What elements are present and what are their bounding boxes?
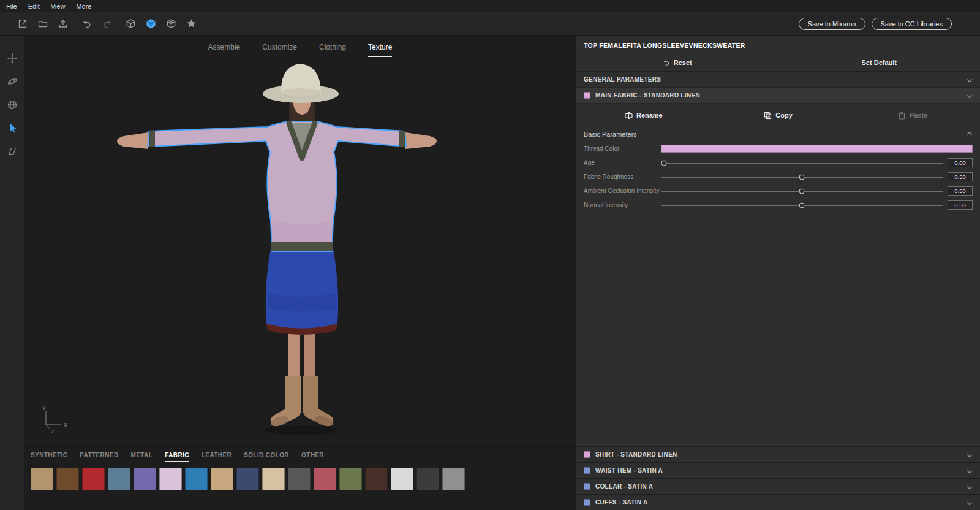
waist-hem-swatch bbox=[584, 467, 590, 474]
slider-handle[interactable] bbox=[799, 202, 805, 208]
age-slider[interactable] bbox=[661, 156, 943, 170]
fabric-roughness-value[interactable]: 0.50 bbox=[948, 172, 973, 181]
tab-assemble[interactable]: Assemble bbox=[208, 43, 241, 57]
open-folder-icon[interactable] bbox=[32, 19, 53, 29]
normal-intensity-value[interactable]: 0.50 bbox=[948, 200, 973, 210]
tab-leather[interactable]: LEATHER bbox=[202, 452, 232, 462]
menu-file[interactable]: File bbox=[6, 2, 17, 10]
inspector-panel: TOP FEMALEFITA LONGSLEEVEVNECKSWEATER Re… bbox=[576, 36, 980, 510]
fabric-swatch[interactable] bbox=[31, 468, 53, 490]
character-model[interactable] bbox=[24, 36, 576, 510]
tab-solid-color[interactable]: SOLID COLOR bbox=[244, 452, 289, 462]
menu-view[interactable]: View bbox=[51, 2, 66, 10]
basic-parameters-header[interactable]: Basic Parameters bbox=[576, 127, 980, 142]
set-default-button[interactable]: Set Default bbox=[778, 59, 980, 66]
fabric-swatch[interactable] bbox=[365, 468, 388, 490]
tab-texture[interactable]: Texture bbox=[368, 43, 392, 57]
undo-icon[interactable] bbox=[77, 19, 97, 29]
export-icon[interactable] bbox=[53, 19, 73, 29]
tab-other[interactable]: OTHER bbox=[301, 452, 324, 462]
tab-fabric[interactable]: FABRIC bbox=[165, 452, 189, 462]
tab-patterned[interactable]: PATTERNED bbox=[80, 452, 118, 462]
fabric-swatch[interactable] bbox=[134, 468, 156, 490]
select-tool-icon[interactable] bbox=[6, 121, 19, 135]
shirt-section-header[interactable]: SHIRT - STANDARD LINEN bbox=[576, 446, 980, 462]
viewport[interactable]: Assemble Customize Clothing Texture bbox=[24, 36, 576, 510]
fabric-swatch[interactable] bbox=[339, 468, 362, 490]
slider-handle[interactable] bbox=[799, 174, 805, 180]
general-parameters-header[interactable]: GENERAL PARAMETERS bbox=[576, 72, 980, 88]
menubar: File Edit View More bbox=[0, 0, 980, 12]
copy-button[interactable]: Copy bbox=[711, 112, 846, 120]
fabric-swatch[interactable] bbox=[442, 468, 465, 490]
fabric-swatch[interactable] bbox=[236, 468, 259, 490]
tab-metal[interactable]: METAL bbox=[131, 452, 153, 462]
slider-handle[interactable] bbox=[799, 188, 805, 194]
fabric-roughness-label: Fabric Roughness bbox=[584, 173, 661, 180]
cuffs-section-label: CUFFS - SATIN A bbox=[595, 499, 648, 506]
main-fabric-header[interactable]: MAIN FABRIC - STANDARD LINEN bbox=[576, 88, 980, 104]
normal-intensity-slider[interactable] bbox=[661, 198, 943, 212]
normal-intensity-label: Normal Intensity bbox=[584, 202, 661, 208]
shear-tool-icon[interactable] bbox=[6, 145, 19, 158]
reset-button[interactable]: Reset bbox=[576, 59, 778, 66]
thread-color-picker[interactable] bbox=[661, 145, 973, 153]
fabric-swatch[interactable] bbox=[314, 468, 336, 490]
move-tool-icon[interactable] bbox=[6, 51, 19, 65]
share-icon[interactable] bbox=[12, 19, 32, 29]
fabric-swatch[interactable] bbox=[417, 468, 439, 490]
ambient-occlusion-value[interactable]: 0.50 bbox=[948, 186, 973, 196]
chevron-down-icon bbox=[967, 468, 972, 473]
fabric-swatch[interactable] bbox=[82, 468, 105, 490]
fabric-swatch[interactable] bbox=[56, 468, 79, 490]
rename-icon bbox=[625, 112, 633, 120]
rename-button[interactable]: Rename bbox=[576, 112, 711, 120]
ambient-occlusion-slider[interactable] bbox=[661, 184, 943, 198]
axis-x-label: X bbox=[64, 422, 67, 428]
chevron-up-icon bbox=[967, 132, 972, 137]
paste-icon bbox=[898, 112, 906, 120]
cuffs-swatch bbox=[584, 499, 590, 506]
set-default-label: Set Default bbox=[862, 59, 897, 66]
textured-cube-icon[interactable] bbox=[161, 18, 181, 29]
fabric-swatch[interactable] bbox=[288, 468, 311, 490]
save-to-cc-libraries-button[interactable]: Save to CC Libraries bbox=[872, 18, 952, 30]
waist-hem-section-header[interactable]: WAIST HEM - SATIN A bbox=[576, 462, 980, 478]
fabric-action-bar: Rename Copy Paste bbox=[576, 104, 980, 127]
selected-item-title: TOP FEMALEFITA LONGSLEEVEVNECKSWEATER bbox=[576, 36, 980, 53]
chevron-down-icon bbox=[967, 484, 972, 489]
save-to-mixamo-button[interactable]: Save to Mixamo bbox=[799, 18, 865, 30]
paste-button[interactable]: Paste bbox=[845, 112, 980, 120]
main-fabric-label: MAIN FABRIC - STANDARD LINEN bbox=[595, 92, 700, 99]
fabric-swatch[interactable] bbox=[108, 468, 130, 490]
slider-handle[interactable] bbox=[661, 160, 666, 166]
redo-icon[interactable] bbox=[97, 19, 117, 29]
menu-more[interactable]: More bbox=[76, 2, 91, 10]
main-fabric-swatch bbox=[584, 92, 590, 99]
fabric-swatch[interactable] bbox=[185, 468, 208, 490]
fabric-swatch[interactable] bbox=[262, 468, 285, 490]
fabric-swatch[interactable] bbox=[391, 468, 413, 490]
axis-gizmo: Y X Z bbox=[40, 405, 71, 435]
age-label: Age bbox=[584, 159, 661, 166]
rename-label: Rename bbox=[636, 112, 663, 119]
menu-edit[interactable]: Edit bbox=[28, 2, 40, 10]
tab-synthetic[interactable]: SYNTHETIC bbox=[31, 452, 67, 462]
fabric-roughness-slider[interactable] bbox=[661, 170, 943, 184]
favorites-star-icon[interactable] bbox=[181, 18, 202, 29]
orbit-tool-icon[interactable] bbox=[6, 75, 19, 88]
globe-tool-icon[interactable] bbox=[6, 98, 19, 112]
wireframe-cube-icon[interactable] bbox=[121, 18, 141, 29]
thread-color-label: Thread Color bbox=[584, 145, 661, 152]
age-value[interactable]: 0.00 bbox=[948, 158, 973, 167]
basic-parameters-label: Basic Parameters bbox=[584, 131, 637, 138]
fabric-swatch[interactable] bbox=[211, 468, 233, 490]
cuffs-section-header[interactable]: CUFFS - SATIN A bbox=[576, 494, 980, 510]
collar-section-header[interactable]: COLLAR - SATIN A bbox=[576, 478, 980, 494]
shaded-cube-icon-active[interactable] bbox=[141, 18, 161, 29]
tab-clothing[interactable]: Clothing bbox=[319, 43, 346, 57]
inspector-actions: Reset Set Default bbox=[576, 53, 980, 72]
waist-hem-section-label: WAIST HEM - SATIN A bbox=[595, 467, 663, 474]
fabric-swatch[interactable] bbox=[159, 468, 182, 490]
tab-customize[interactable]: Customize bbox=[262, 43, 297, 57]
